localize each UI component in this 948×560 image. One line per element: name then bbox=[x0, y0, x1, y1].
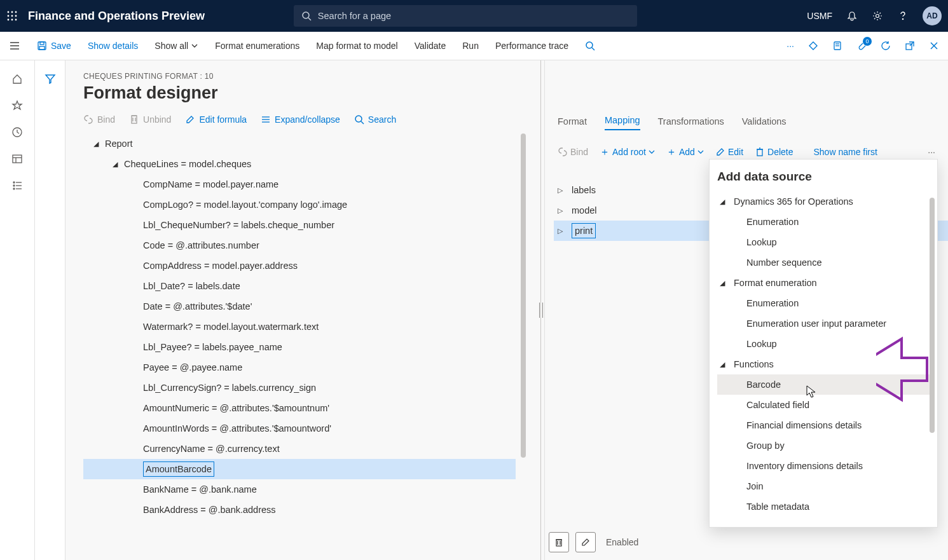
tree-node-label: Date = @.attributes.'$date' bbox=[143, 296, 252, 317]
expand-collapse-button[interactable]: Expand/collapse bbox=[261, 114, 340, 125]
content: CHEQUES PRINTING FORMAT : 10 Format desi… bbox=[65, 60, 948, 560]
popup-item[interactable]: Lookup bbox=[717, 232, 935, 252]
svg-rect-53 bbox=[556, 540, 561, 546]
tree-row[interactable]: Code = @.attributes.number bbox=[83, 235, 516, 256]
expander-icon[interactable]: ◢ bbox=[113, 154, 124, 174]
global-search-input[interactable]: Search for a page bbox=[294, 5, 637, 27]
popup-item[interactable]: Table metadata bbox=[717, 496, 935, 517]
tree-row[interactable]: AmountNumeric = @.attributes.'$amountnum… bbox=[83, 398, 516, 418]
tree-node-label: ChequeLines = model.cheques bbox=[124, 154, 251, 174]
tree-search-button[interactable]: Search bbox=[354, 114, 396, 125]
tab-mapping[interactable]: Mapping bbox=[605, 115, 640, 130]
format-enumerations-button[interactable]: Format enumerations bbox=[215, 41, 299, 51]
r-edit-button[interactable]: Edit bbox=[715, 147, 743, 157]
search-cmd-icon[interactable] bbox=[585, 41, 595, 51]
datasource-label: model bbox=[572, 205, 597, 215]
gear-icon[interactable] bbox=[872, 10, 883, 22]
expander-icon[interactable]: ◢ bbox=[93, 133, 105, 154]
svg-line-10 bbox=[308, 18, 311, 20]
list-icon[interactable] bbox=[11, 180, 23, 191]
tree-row[interactable]: ◢Report bbox=[83, 133, 516, 154]
filter-icon[interactable] bbox=[45, 73, 56, 85]
tree-row[interactable]: CurrencyName = @.currency.text bbox=[83, 439, 516, 459]
tree-row[interactable]: AmountInWords = @.attributes.'$amountwor… bbox=[83, 418, 516, 439]
svg-rect-50 bbox=[757, 149, 762, 156]
expander-icon[interactable]: ▷ bbox=[558, 227, 565, 235]
tree-scrollbar[interactable] bbox=[521, 133, 526, 458]
workspace-icon[interactable] bbox=[11, 153, 23, 165]
expander-icon[interactable]: ◢ bbox=[720, 198, 727, 206]
run-button[interactable]: Run bbox=[462, 41, 479, 51]
popup-item[interactable]: Number sequence bbox=[717, 252, 935, 273]
tree-row[interactable]: AmountBarcode bbox=[83, 459, 516, 479]
tree-row[interactable]: CompName = model.payer.name bbox=[83, 174, 516, 195]
svg-point-2 bbox=[15, 11, 17, 13]
unbind-button[interactable]: Unbind bbox=[129, 114, 171, 125]
expander-icon[interactable]: ▷ bbox=[558, 186, 565, 195]
refresh-icon[interactable] bbox=[881, 41, 891, 51]
popup-group[interactable]: ◢Format enumeration bbox=[717, 273, 935, 293]
r-delete-button[interactable]: Delete bbox=[755, 147, 793, 157]
help-icon[interactable] bbox=[897, 10, 909, 22]
bind-button[interactable]: Bind bbox=[83, 114, 115, 125]
topbar: Finance and Operations Preview Search fo… bbox=[0, 0, 948, 32]
r-more-icon[interactable]: ··· bbox=[928, 147, 935, 157]
avatar[interactable]: AD bbox=[923, 6, 942, 25]
tab-transformations[interactable]: Transformations bbox=[658, 116, 724, 130]
popout-icon[interactable] bbox=[905, 41, 915, 51]
popup-item[interactable]: Group by bbox=[717, 435, 935, 456]
popup-item[interactable]: Enumeration bbox=[717, 212, 935, 232]
bell-icon[interactable] bbox=[846, 10, 858, 22]
hamburger-icon[interactable] bbox=[9, 40, 20, 51]
tree-row[interactable]: CompAddress = model.payer.address bbox=[83, 256, 516, 276]
tree-row[interactable]: Date = @.attributes.'$date' bbox=[83, 296, 516, 317]
star-icon[interactable] bbox=[11, 100, 23, 111]
add-dropdown[interactable]: ＋Add bbox=[666, 147, 704, 157]
vertical-splitter[interactable] bbox=[537, 60, 544, 560]
close-icon[interactable] bbox=[929, 41, 939, 51]
tab-format[interactable]: Format bbox=[558, 116, 587, 130]
add-root-dropdown[interactable]: ＋Add root bbox=[600, 147, 655, 157]
expander-icon[interactable]: ◢ bbox=[720, 279, 727, 287]
tree-row[interactable]: ◢ChequeLines = model.cheques bbox=[83, 154, 516, 174]
r-bind-button[interactable]: Bind bbox=[558, 147, 588, 157]
expander-icon[interactable]: ◢ bbox=[720, 360, 727, 369]
save-button[interactable]: Save bbox=[37, 41, 71, 51]
footer-edit-button[interactable] bbox=[575, 532, 596, 552]
popup-item[interactable]: Enumeration bbox=[717, 293, 935, 313]
attachments-icon[interactable]: 0 bbox=[856, 41, 867, 51]
performance-trace-button[interactable]: Performance trace bbox=[495, 41, 568, 51]
document-icon[interactable] bbox=[832, 41, 842, 51]
clock-icon[interactable] bbox=[11, 126, 23, 138]
diamond-icon[interactable] bbox=[808, 41, 818, 51]
tree-row[interactable]: BankAddress = @.bank.address bbox=[83, 500, 516, 520]
tree-node-label: Lbl_Date? = labels.date bbox=[143, 276, 240, 296]
edit-formula-button[interactable]: Edit formula bbox=[185, 114, 247, 125]
home-icon[interactable] bbox=[11, 73, 23, 85]
more-icon[interactable]: ··· bbox=[787, 41, 794, 51]
show-details-button[interactable]: Show details bbox=[88, 41, 138, 51]
tree-row[interactable]: Payee = @.payee.name bbox=[83, 357, 516, 378]
tree-row[interactable]: BankName = @.bank.name bbox=[83, 479, 516, 500]
popup-item[interactable]: Join bbox=[717, 476, 935, 496]
popup-title: Add data source bbox=[717, 170, 935, 184]
tree-row[interactable]: Lbl_ChequeNumber? = labels.cheque_number bbox=[83, 215, 516, 235]
tree-node-label: CurrencyName = @.currency.text bbox=[143, 439, 280, 459]
tab-validations[interactable]: Validations bbox=[742, 116, 787, 130]
tree-row[interactable]: Watermark? = model.layout.watermark.text bbox=[83, 317, 516, 337]
tree-row[interactable]: Lbl_Payee? = labels.payee_name bbox=[83, 337, 516, 357]
show-all-dropdown[interactable]: Show all bbox=[155, 41, 198, 51]
expander-icon[interactable]: ▷ bbox=[558, 207, 565, 215]
tree-row[interactable]: Lbl_CurrencySign? = labels.currency_sign bbox=[83, 378, 516, 398]
tree-row[interactable]: CompLogo? = model.layout.'company logo'.… bbox=[83, 195, 516, 215]
company-code[interactable]: USMF bbox=[807, 11, 832, 21]
popup-group[interactable]: ◢Dynamics 365 for Operations bbox=[717, 191, 935, 212]
show-name-first-button[interactable]: Show name first bbox=[813, 147, 877, 157]
validate-button[interactable]: Validate bbox=[415, 41, 446, 51]
footer-delete-button[interactable] bbox=[549, 532, 569, 552]
format-tree[interactable]: ◢Report◢ChequeLines = model.chequesCompN… bbox=[83, 133, 527, 550]
waffle-icon[interactable] bbox=[6, 10, 18, 22]
tree-row[interactable]: Lbl_Date? = labels.date bbox=[83, 276, 516, 296]
popup-item[interactable]: Inventory dimensions details bbox=[717, 456, 935, 476]
map-format-button[interactable]: Map format to model bbox=[316, 41, 397, 51]
